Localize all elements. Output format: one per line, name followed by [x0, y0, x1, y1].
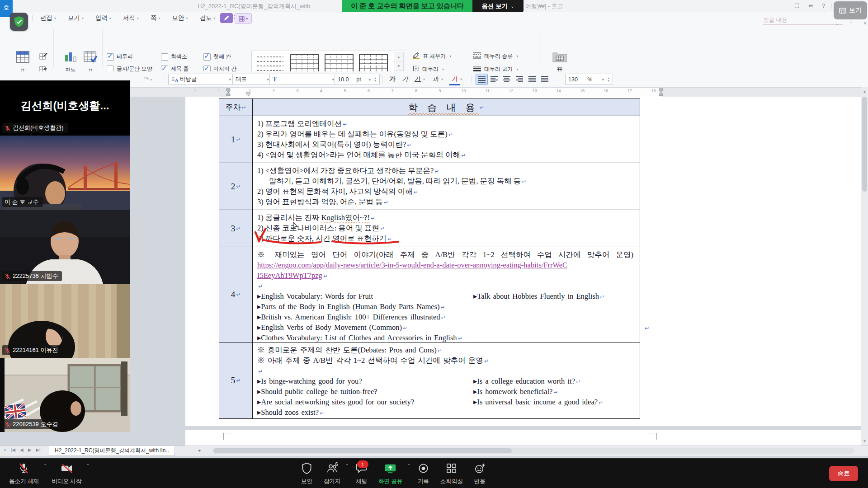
chevron-down-icon[interactable]: ▾	[441, 77, 443, 81]
menu-보안[interactable]: 보안▾	[166, 12, 194, 24]
dropdown-icon[interactable]: ⌄	[835, 21, 839, 26]
bold-button[interactable]: 가	[387, 74, 398, 84]
checkbox-회색조[interactable]: 회색조	[161, 53, 203, 61]
align-distribute-button[interactable]	[526, 74, 538, 84]
chevron-down-icon[interactable]: ▾	[423, 77, 425, 81]
first-page-icon[interactable]: |◀	[11, 447, 15, 453]
chevron-up-icon[interactable]: ⌃	[345, 460, 349, 468]
style-set-select[interactable]: 대표▾	[232, 74, 272, 85]
leave-meeting-button[interactable]: 종료	[829, 466, 858, 481]
chevron-down-icon: ▾	[442, 67, 444, 71]
participant-video[interactable]: 22214161 이유진	[0, 284, 130, 358]
menu-서식[interactable]: 서식▾	[117, 12, 145, 24]
draw-table-button[interactable]	[39, 52, 48, 61]
chevron-down-icon[interactable]: ▾	[460, 77, 462, 81]
underline-button[interactable]: 가	[412, 74, 423, 84]
checkbox-첫째 칸[interactable]: 첫째 칸	[203, 53, 254, 61]
scroll-down-button[interactable]: ▼	[861, 437, 868, 445]
scrollbar-thumb[interactable]	[213, 448, 512, 453]
menu-편집[interactable]: 편집▾	[34, 12, 62, 24]
share-options-button[interactable]: 옵션 보기 ⌄	[472, 0, 524, 12]
last-page-icon[interactable]: ▶|	[36, 447, 40, 453]
menu-보기[interactable]: 보기▾	[62, 12, 90, 24]
size-spinner[interactable]: ▲▼	[374, 77, 377, 82]
close-icon[interactable]: ✕	[863, 21, 867, 26]
redo-icon[interactable]: ↷ ▾	[144, 75, 152, 82]
menu-입력[interactable]: 입력▾	[90, 12, 117, 24]
participant-video[interactable]: 22082539 오수경	[0, 358, 130, 432]
right-margin-marker[interactable]	[658, 88, 666, 97]
checkbox-checked[interactable]	[107, 53, 114, 61]
paragraph-mark: ↵	[522, 178, 526, 185]
participant-video[interactable]: 22225736 차범수	[0, 210, 130, 284]
week-number-cell: 5↵	[219, 343, 253, 418]
zoom-security-button[interactable]: 보안	[296, 460, 317, 488]
document-tab[interactable]: H2_2022-1_RC(영미문행_강의계획서_with lin‥	[49, 446, 175, 456]
paragraph-style-select[interactable]: A 바탕글▾	[168, 74, 234, 85]
paragraph-mark: ↵	[343, 121, 347, 127]
zoom-chat-button[interactable]: 채팅1	[351, 460, 372, 488]
next-page-icon[interactable]: ▶	[28, 447, 32, 453]
ruler-number: 2	[194, 89, 196, 93]
menu-검토[interactable]: 검토▾	[194, 12, 222, 24]
zoom-participants-button[interactable]: 참가자6	[319, 460, 345, 488]
left-margin-marker[interactable]	[225, 88, 233, 97]
paragraph-mark: ↵	[440, 304, 445, 310]
participant-video[interactable]: 김선희(비호생활...김선희(비호생활관)	[0, 80, 130, 136]
zoom-mute-button[interactable]: 음소거 해제	[5, 460, 43, 488]
expand-icon[interactable]: ⌃	[849, 21, 853, 26]
hyperlink[interactable]: I5EeyAhT9WpT7pzg	[257, 271, 322, 280]
help-icon[interactable]: ?	[822, 2, 825, 9]
header-week-label: 주차	[225, 102, 241, 113]
gallery-scroll-down[interactable]: ▼	[394, 61, 404, 71]
view-mode-icon[interactable]: ⌗	[4, 447, 6, 453]
gallery-scroll-up[interactable]: ▲	[394, 52, 404, 62]
font-color-button[interactable]: 가	[449, 74, 460, 85]
font-select[interactable]: T ▾	[269, 74, 337, 85]
zoom-reactions-button[interactable]: 반응	[469, 460, 491, 488]
new-tab-button[interactable]: +	[195, 447, 203, 455]
table-context-tab[interactable]: ▾	[235, 13, 252, 24]
menu-쪽[interactable]: 쪽▾	[145, 12, 166, 24]
checkbox-checked[interactable]	[203, 53, 211, 61]
chevron-up-icon[interactable]: ⌃	[43, 460, 47, 468]
checkbox-unchecked[interactable]	[161, 53, 168, 61]
scroll-up-button[interactable]: ▲	[861, 88, 868, 95]
paragraph-mark: ↵	[576, 379, 580, 385]
zoom-spinner[interactable]: ▲▼	[607, 77, 610, 82]
align-left-button[interactable]	[488, 74, 500, 84]
indent-marker[interactable]	[245, 92, 252, 97]
window-controls[interactable]: ⌄ ⌃ ✕	[835, 21, 867, 26]
chevron-up-icon[interactable]: ⌃	[407, 460, 410, 468]
fullscreen-icon[interactable]: ⛶	[795, 2, 799, 9]
zoom-video-button[interactable]: 비디오 시작	[47, 460, 86, 488]
participant-video[interactable]: 이 준 호 교수	[0, 136, 130, 210]
font-size-input[interactable]: 10.0 pt▾ ▲▼	[335, 74, 380, 85]
hyperlink[interactable]: https://engoo.com/app/daily-news/article…	[257, 261, 567, 269]
doc-line: ▸Parts of the Body in English (Human Bod…	[257, 301, 636, 312]
align-right-button[interactable]	[514, 74, 525, 84]
horizontal-scrollbar[interactable]	[212, 448, 854, 454]
italic-button[interactable]: 가	[400, 74, 410, 84]
zoom-record-button[interactable]: 기록	[413, 460, 434, 488]
checkbox-테두리[interactable]: 테두리	[107, 53, 161, 61]
tool-표 채우기[interactable]: 표 채우기▾	[412, 52, 473, 61]
resize-icon[interactable]: ⇹	[808, 2, 813, 9]
edit-context-tab[interactable]	[220, 13, 233, 23]
align-divide-button[interactable]	[539, 74, 550, 84]
scrollbar-thumb[interactable]	[862, 97, 867, 192]
zoom-view-button[interactable]: 보기	[834, 1, 867, 19]
tool-테두리 종류[interactable]: 테두리 종류▾	[473, 52, 536, 61]
char-outline-button[interactable]: 과	[430, 74, 441, 84]
document-page[interactable]: 주차↵학 습 내 용↵1↵1) 프로그램 오리엔테이션↵2) 우리가 영어를 배…	[185, 97, 861, 426]
find-input[interactable]: 찾을 내용	[763, 16, 843, 25]
vertical-scrollbar[interactable]: ▲ ▼	[861, 87, 868, 446]
zoom-share-button[interactable]: 화면 공유	[374, 460, 407, 488]
zoom-breakout-button[interactable]: 소회의실	[436, 460, 467, 488]
align-justify-button[interactable]	[476, 74, 488, 85]
align-center-button[interactable]	[501, 74, 512, 84]
prev-page-icon[interactable]: ◀	[20, 447, 24, 453]
align-icon	[491, 75, 498, 83]
zoom-level-input[interactable]: 130 %▾ ▲▼	[565, 74, 613, 85]
chevron-up-icon[interactable]: ⌃	[86, 460, 90, 468]
